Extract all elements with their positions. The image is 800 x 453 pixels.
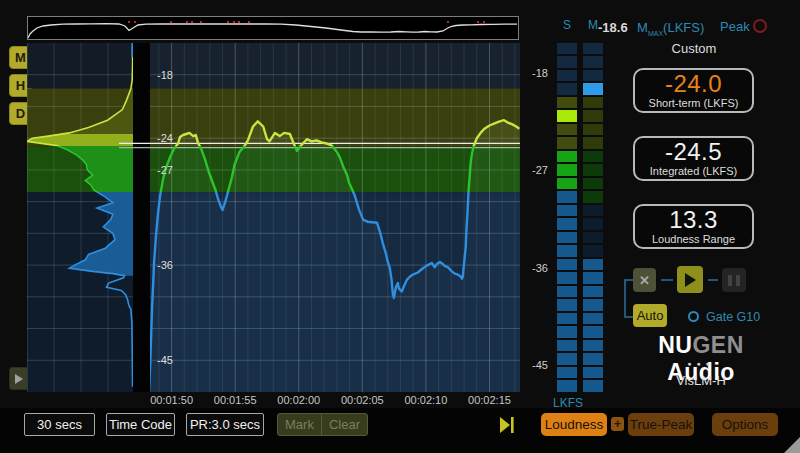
m-meter-segment <box>583 340 603 352</box>
histogram-play-button[interactable] <box>9 367 29 390</box>
mark-clear-group: Mark Clear <box>277 413 368 436</box>
practical-range-button[interactable]: PR:3.0 secs <box>186 413 264 436</box>
overview-waveform <box>28 17 518 39</box>
integrated-value: -24.5 <box>665 140 722 164</box>
s-meter-segment <box>557 83 577 95</box>
gate-radio-button[interactable] <box>688 311 699 322</box>
m-meter-segment <box>583 218 603 230</box>
s-meter-segment <box>557 137 577 149</box>
pause-icon <box>728 275 732 286</box>
history-view-label: H <box>16 78 25 93</box>
clear-button[interactable]: Clear <box>321 414 367 435</box>
momentary-view-label: M <box>15 50 26 65</box>
mmax-unit-label: (LKFS) <box>663 20 704 35</box>
s-meter-segment <box>557 232 577 244</box>
timecode-label: Time Code <box>109 417 172 432</box>
m-meter-segment <box>583 313 603 325</box>
s-meter-segment <box>557 326 577 338</box>
loudness-history-chart: -18-24-27-36-4500:01:5000:01:5500:02:000… <box>27 43 520 408</box>
m-meter-segment <box>583 110 603 122</box>
m-meter-segment <box>583 232 603 244</box>
loudness-range-readout: 13.3 Loudness Range <box>633 204 754 249</box>
time-tick-label: 00:02:00 <box>277 394 320 406</box>
time-tick-label: 00:01:50 <box>150 394 193 406</box>
m-meter-segment <box>583 56 603 68</box>
practical-range-label: PR:3.0 secs <box>190 417 260 432</box>
logo-nu: NU <box>658 332 692 358</box>
play-icon <box>685 273 696 287</box>
db-tick-label: -45 <box>157 354 173 366</box>
s-meter-segment <box>557 259 577 271</box>
logo-dots: ●●● <box>622 360 780 367</box>
peak-indicator-lamp[interactable] <box>753 19 767 33</box>
s-meter-segment <box>557 70 577 82</box>
preset-name: Custom <box>633 41 755 56</box>
m-meter-segment <box>583 151 603 163</box>
s-meter-segment <box>557 313 577 325</box>
combine-views-button[interactable]: + <box>611 417 624 431</box>
s-meter-segment <box>557 164 577 176</box>
logo-gen: GEN <box>692 332 743 358</box>
loudness-range-label: Loudness Range <box>652 234 735 245</box>
s-meter-segment <box>557 97 577 109</box>
s-meter-segment <box>557 124 577 136</box>
loudness-mode-label: Loudness <box>545 417 604 432</box>
time-tick-label: 00:02:10 <box>404 394 447 406</box>
skip-bar-icon <box>511 417 514 433</box>
meter-scale-label: -18 <box>524 67 548 79</box>
m-meter-segment <box>583 137 603 149</box>
x-icon: ✕ <box>639 273 650 288</box>
short-term-label: Short-term (LKFS) <box>649 98 739 109</box>
mmax-sub-label: MAX <box>648 30 663 37</box>
m-meter-segment <box>583 299 603 311</box>
m-meter-segment <box>583 124 603 136</box>
s-meter-segment <box>557 353 577 365</box>
m-meter-segment <box>583 326 603 338</box>
play-button[interactable] <box>677 266 703 293</box>
m-meter-segment <box>583 178 603 190</box>
true-peak-mode-button[interactable]: True-Peak <box>628 413 694 436</box>
skip-to-end-button[interactable] <box>500 417 515 433</box>
mmax-value: -18.6 <box>598 20 628 35</box>
resize-grip[interactable] <box>784 437 800 453</box>
mark-button[interactable]: Mark <box>278 414 321 435</box>
peak-label: Peak <box>720 19 750 34</box>
loudness-overview-strip[interactable] <box>27 16 519 40</box>
db-tick-label: -18 <box>157 69 173 81</box>
s-meter-segment <box>557 367 577 379</box>
s-meter-segment <box>557 286 577 298</box>
timecode-mode-button[interactable]: Time Code <box>106 413 175 436</box>
auto-label: Auto <box>637 308 664 323</box>
db-tick-label: -27 <box>157 164 173 176</box>
integrated-label: Integrated (LKFS) <box>650 166 737 177</box>
s-meter-segment <box>557 299 577 311</box>
mark-label: Mark <box>285 417 314 432</box>
vislm-plugin-window: M H D -18-24-27-36-4500:01:5000:01:5500:… <box>0 0 800 453</box>
clear-label: Clear <box>329 417 360 432</box>
auto-button[interactable]: Auto <box>633 304 667 327</box>
m-meter-segment <box>583 191 603 203</box>
distribution-view-label: D <box>16 106 25 121</box>
m-meter-segment <box>583 367 603 379</box>
history-window-button[interactable]: 30 secs <box>24 413 95 436</box>
product-name: VisLM-H <box>622 373 780 388</box>
loudness-mode-button[interactable]: Loudness <box>541 413 607 436</box>
skip-triangle-icon <box>500 417 510 433</box>
pause-button[interactable] <box>722 268 746 292</box>
m-meter-segment <box>583 380 603 392</box>
s-meter-segment <box>557 178 577 190</box>
play-icon <box>15 374 23 384</box>
m-meter-segment <box>583 83 603 95</box>
s-meter-segment <box>557 272 577 284</box>
options-label: Options <box>722 417 769 432</box>
m-meter-segment <box>583 43 603 55</box>
db-tick-label: -24 <box>157 132 173 144</box>
time-tick-label: 00:01:55 <box>214 394 257 406</box>
reset-button[interactable]: ✕ <box>633 268 656 292</box>
mmax-m-label: M <box>637 20 648 35</box>
plus-icon: + <box>614 417 621 431</box>
db-tick-label: -36 <box>157 259 173 271</box>
options-button[interactable]: Options <box>712 413 778 436</box>
time-tick-label: 00:02:15 <box>468 394 511 406</box>
meter-scale-label: -45 <box>524 359 548 371</box>
